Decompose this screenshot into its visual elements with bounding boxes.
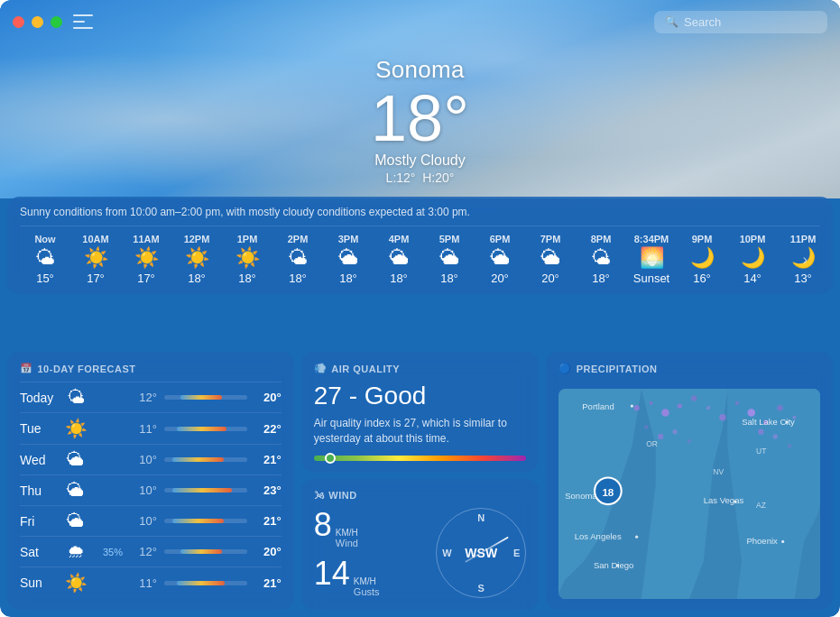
svg-point-35	[635, 536, 638, 539]
hour-temp: 18°	[339, 272, 357, 285]
forecast-low: 10°	[130, 453, 157, 466]
svg-point-17	[658, 434, 663, 439]
forecast-weather-icon: ☀️	[63, 418, 88, 439]
wind-unit-label: KM/H Wind	[336, 528, 358, 548]
hour-label: 3PM	[338, 234, 359, 244]
temp-bar	[180, 395, 222, 400]
svg-text:Las Vegas: Las Vegas	[704, 495, 744, 505]
temp-bar	[172, 519, 224, 523]
hour-icon: ☀️	[134, 248, 159, 268]
forecast-high: 20°	[254, 391, 282, 404]
svg-point-4	[634, 405, 640, 410]
temp-bar	[177, 427, 226, 431]
compass-east: E	[513, 548, 520, 558]
hour-item: 5PM 🌥 18°	[424, 234, 475, 285]
hour-label: 1PM	[237, 234, 258, 244]
svg-text:18: 18	[603, 486, 614, 498]
forecast-weather-icon: 🌥	[63, 449, 88, 470]
hour-item: 7PM 🌥 20°	[525, 234, 576, 285]
hour-item: 11PM 🌙 13°	[778, 234, 820, 285]
wind-values: 8 KM/H Wind 14 KM/H Gusts	[314, 509, 380, 597]
svg-point-18	[673, 429, 678, 434]
map-svg: Portland OR Salt Lake City UT NV AZ Sono…	[558, 389, 820, 599]
forecast-rain: 35%	[96, 547, 123, 557]
weather-condition: Mostly Cloudy	[374, 152, 465, 169]
temp-bar	[177, 581, 225, 585]
forecast-day: Tue	[20, 421, 56, 436]
hour-label: 11AM	[133, 234, 159, 244]
wind-icon: 🌬	[314, 490, 325, 501]
hour-icon: ☀️	[235, 248, 260, 268]
forecast-icon: 📅	[20, 363, 33, 374]
svg-point-14	[778, 405, 783, 410]
hour-item: 10AM ☀️ 17°	[70, 234, 121, 285]
hour-item: 6PM 🌥 20°	[475, 234, 525, 285]
forecast-low: 11°	[130, 422, 157, 436]
air-quality-bar	[314, 456, 526, 461]
search-icon: 🔍	[665, 15, 678, 28]
svg-point-37	[781, 540, 784, 543]
hour-label: 10AM	[82, 234, 108, 244]
hour-icon: 🌤	[288, 248, 308, 268]
hour-temp: 20°	[491, 272, 509, 285]
air-quality-description: Air quality index is 27, which is simila…	[314, 416, 526, 447]
hour-icon: 🌙	[690, 248, 715, 268]
gusts-unit-label: KM/H Gusts	[354, 576, 380, 597]
temp-bar-container	[164, 581, 247, 585]
hour-temp: 20°	[541, 272, 559, 285]
hour-temp: 18°	[289, 272, 307, 285]
map-area[interactable]: Portland OR Salt Lake City UT NV AZ Sono…	[558, 389, 820, 599]
forecast-day: Wed	[20, 453, 56, 467]
svg-point-21	[773, 434, 778, 438]
hour-item: 4PM 🌥 18°	[374, 234, 424, 285]
hour-label: 9PM	[692, 234, 713, 244]
hour-label: 8:34PM	[634, 234, 669, 244]
svg-point-16	[644, 425, 648, 428]
hour-label: 12PM	[184, 234, 210, 244]
gusts-label: Gusts	[354, 586, 380, 597]
forecast-row: Today 🌤 12° 20°	[20, 382, 282, 412]
svg-text:San Diego: San Diego	[594, 560, 633, 570]
search-input[interactable]	[684, 15, 817, 29]
maximize-button[interactable]	[51, 16, 62, 28]
hour-label: 6PM	[490, 234, 511, 244]
hour-temp: 15°	[36, 272, 54, 285]
compass-circle: N S E W WSW	[436, 508, 526, 598]
forecast-rows: Today 🌤 12° 20° Tue ☀️ 11° 22° Wed 🌥 10°	[20, 382, 282, 598]
precipitation-panel: 🔵 PRECIPITATION	[546, 352, 833, 610]
city-name: Sonoma	[375, 56, 465, 84]
hourly-section: Sunny conditions from 10:00 am–2:00 pm, …	[7, 197, 833, 294]
air-quality-icon: 💨	[314, 363, 328, 374]
svg-point-8	[691, 395, 697, 401]
search-bar[interactable]: 🔍	[654, 11, 827, 33]
hour-temp: 17°	[137, 272, 155, 285]
hour-temp: 18°	[592, 272, 610, 285]
hour-icon: 🌥	[389, 248, 409, 268]
hour-temp: 18°	[390, 272, 408, 285]
svg-text:Phoenix: Phoenix	[747, 536, 779, 546]
hourly-row: Now 🌤 15° 10AM ☀️ 17° 11AM ☀️ 17° 12PM ☀…	[20, 234, 820, 285]
minimize-button[interactable]	[32, 16, 43, 28]
svg-text:AZ: AZ	[756, 501, 766, 510]
hourly-scroll[interactable]: Now 🌤 15° 10AM ☀️ 17° 11AM ☀️ 17° 12PM ☀…	[20, 234, 820, 285]
hour-item: 8PM 🌤 18°	[576, 234, 626, 285]
compass-south: S	[478, 583, 485, 594]
forecast-high: 20°	[254, 545, 282, 558]
svg-point-22	[788, 444, 791, 447]
sidebar-toggle-button[interactable]	[73, 14, 93, 29]
scroll-right-arrow[interactable]: ›	[803, 252, 808, 268]
forecast-day: Sat	[20, 545, 56, 559]
svg-point-11	[735, 401, 739, 405]
hour-temp: 17°	[87, 272, 105, 285]
hour-label: 7PM	[540, 234, 561, 244]
hour-icon: ☀️	[84, 248, 108, 268]
wind-speed: 8	[314, 509, 332, 541]
forecast-row: Sun ☀️ 11° 21°	[20, 566, 282, 598]
titlebar: 🔍	[0, 0, 840, 43]
forecast-weather-icon: ☀️	[63, 572, 88, 594]
svg-text:Los Angeles: Los Angeles	[575, 531, 622, 541]
forecast-low: 12°	[130, 391, 157, 404]
close-button[interactable]	[13, 16, 24, 28]
hour-item: 12PM ☀️ 18°	[171, 234, 222, 285]
forecast-weather-icon: 🌥	[63, 480, 88, 501]
